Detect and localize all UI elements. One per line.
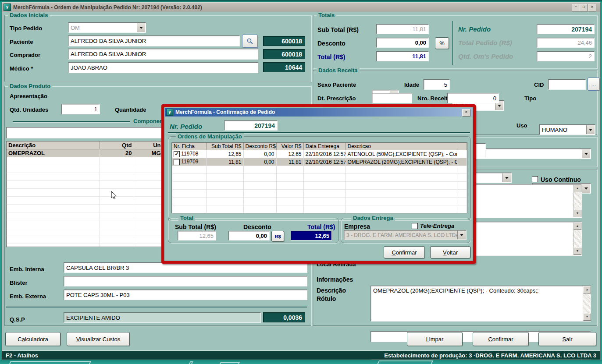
component-row (7, 181, 163, 189)
modal-nr-pedido-field: 207194 (224, 120, 278, 131)
paciente-input[interactable]: ALFREDO DA SILVA JUNIOR (68, 35, 240, 46)
component-row (7, 244, 163, 247)
om-col-desconto[interactable]: Desconto R$ (243, 143, 276, 150)
nro-receita-input[interactable]: 0 (447, 93, 499, 103)
comp-col-un[interactable]: Un (134, 141, 163, 149)
close-button[interactable]: ✕ (588, 4, 596, 11)
qtd-oms-label: Qtd. Om's Pedido (458, 53, 513, 60)
om-row[interactable]: ✓ 11970812,650,0012,6522/10/2016 12:57AT… (172, 150, 467, 158)
modal-confirmar-button[interactable]: Confirmar (384, 246, 425, 258)
modal-subtotal-field: 12,65 (178, 231, 216, 240)
totais-legend: Totais (317, 12, 336, 18)
visualizar-custos-button[interactable]: Visualizar Custos (67, 332, 130, 346)
idade-input[interactable]: 5 (424, 79, 450, 90)
dt-prescricao-input[interactable] (372, 93, 412, 103)
sexo-label: Sexo Paciente (317, 81, 356, 88)
paciente-search-button[interactable] (242, 35, 258, 48)
emb-externa-input[interactable]: POTE CAPS 30ML - P03 (64, 290, 307, 300)
percent-button[interactable]: % (435, 37, 449, 49)
modal-close-button[interactable]: ✕ (462, 109, 470, 117)
limpar-button[interactable]: Limpar (407, 332, 463, 346)
scrollbar[interactable]: ▲▼ (573, 185, 581, 217)
informacoes-label: Informações (317, 276, 353, 283)
dados-entrega-legend: Dados Entrega (351, 215, 395, 221)
ordens-table[interactable]: Nr. Ficha Sub Total R$ Desconto R$ Valor… (171, 142, 467, 213)
component-row (7, 165, 163, 173)
scroll-up-icon[interactable]: ▲ (583, 286, 591, 293)
emb-externa-label: Emb. Externa (10, 293, 46, 300)
componentes-table[interactable]: Descrição Qtd Un OMEPRAZOL20MG (6, 141, 163, 247)
unchecked-checkbox-icon[interactable] (174, 159, 180, 165)
comprador-label: Comprador (10, 52, 40, 58)
medico-input[interactable]: JOAO ABRAO (68, 62, 258, 73)
minimize-button[interactable]: – (572, 4, 580, 11)
blister-input[interactable] (64, 276, 307, 286)
modal-voltar-button[interactable]: Voltar (430, 246, 470, 258)
om-row[interactable]: 11970911,810,0011,8122/10/2016 12:57OMEP… (172, 158, 467, 166)
qsp-code: 0,0036 (263, 312, 305, 322)
component-row (7, 205, 163, 212)
om-col-ficha[interactable]: Nr. Ficha (172, 143, 206, 150)
total-pedido-label: Total Pedido (R$) (458, 39, 512, 46)
nr-pedido-label: Nr. Pedido (458, 25, 491, 33)
tipo-pedido-select: OM (68, 22, 146, 33)
qtd-unidades-input[interactable]: 1 (61, 104, 100, 114)
om-col-descricao[interactable]: Descricao (346, 143, 457, 150)
total-field: 11,81 (376, 51, 429, 61)
cid-input[interactable] (548, 79, 586, 90)
desconto-input[interactable]: 0,00 (376, 38, 429, 48)
modal-total-label: Total (R$) (307, 223, 335, 230)
qsp-field: EXCIPIENTE AMIDO (64, 312, 261, 323)
total-pedido-field: 24,46 (537, 38, 595, 48)
minimize-icon: – (575, 5, 577, 9)
cid-lookup-button[interactable]: ... (588, 78, 600, 91)
modal-desconto-label: Desconto (243, 223, 271, 230)
component-row (7, 212, 163, 220)
qsp-divider-line (6, 307, 307, 307)
maximize-button[interactable]: ❐ (580, 4, 588, 11)
scroll-up-icon[interactable]: ▲ (574, 223, 581, 230)
status-right: Estabelecimento de produção: 3 -DROG. E … (384, 352, 596, 359)
scroll-up-icon[interactable]: ▲ (574, 185, 581, 192)
uso-continuo-checkbox[interactable] (532, 176, 538, 182)
confirmar-button[interactable]: Confirmar (473, 332, 529, 346)
desconto-label: Desconto (317, 40, 346, 47)
comp-col-descricao[interactable]: Descrição (7, 141, 100, 149)
status-left: F2 - Atalhos (6, 352, 38, 359)
qtd-unidades-label: Qtd. Unidades (10, 106, 48, 113)
comprador-code: 600018 (263, 49, 305, 59)
om-col-subtotal[interactable]: Sub Total R$ (206, 143, 243, 150)
om-col-valor[interactable]: Valor R$ (276, 143, 303, 150)
scrollbar[interactable]: ▲▼ (583, 286, 591, 321)
blister-label: Blister (10, 279, 27, 286)
component-row (7, 197, 163, 205)
qsp-label: Q.S.P (10, 316, 25, 323)
om-col-data[interactable]: Data Enterega (303, 143, 346, 150)
chevron-down-icon[interactable] (586, 125, 595, 134)
emb-interna-input[interactable]: CAPSULA GEL BR/BR 3 (64, 262, 307, 273)
search-icon (246, 38, 253, 45)
componente-input[interactable] (6, 127, 162, 138)
descricao-rotulo-textarea[interactable]: OMEPRAZOL (20MG);EXCIPIENTE (QSP); - Con… (370, 286, 591, 322)
quantidade-label: Quantidade (115, 106, 146, 113)
chevron-down-icon (457, 231, 466, 239)
om-row (172, 166, 467, 174)
scroll-down-icon[interactable]: ▼ (574, 210, 581, 217)
rs-button[interactable]: R$ (271, 231, 284, 242)
checked-checkbox-icon[interactable]: ✓ (174, 151, 180, 157)
dados-produto-legend: Dados Produto (8, 83, 52, 89)
tipo-select[interactable]: HUMANO (539, 124, 595, 135)
component-row[interactable]: OMEPRAZOL20MG (7, 149, 163, 157)
sair-button[interactable]: Sair (538, 332, 596, 346)
scrollbar[interactable]: ▲▼ (573, 223, 581, 255)
comprador-input[interactable]: ALFREDO DA SILVA JUNIOR (68, 49, 258, 60)
tele-entrega-checkbox[interactable] (412, 223, 418, 229)
scroll-down-icon[interactable]: ▼ (574, 247, 581, 255)
component-row (7, 220, 163, 228)
om-row (172, 198, 467, 205)
comp-col-qtd[interactable]: Qtd (100, 141, 134, 149)
chevron-down-icon (137, 23, 145, 32)
scroll-down-icon[interactable]: ▼ (583, 313, 591, 321)
calculadora-button[interactable]: Calculadora (5, 332, 61, 346)
modal-desconto-input[interactable]: 0,00 (228, 231, 270, 240)
